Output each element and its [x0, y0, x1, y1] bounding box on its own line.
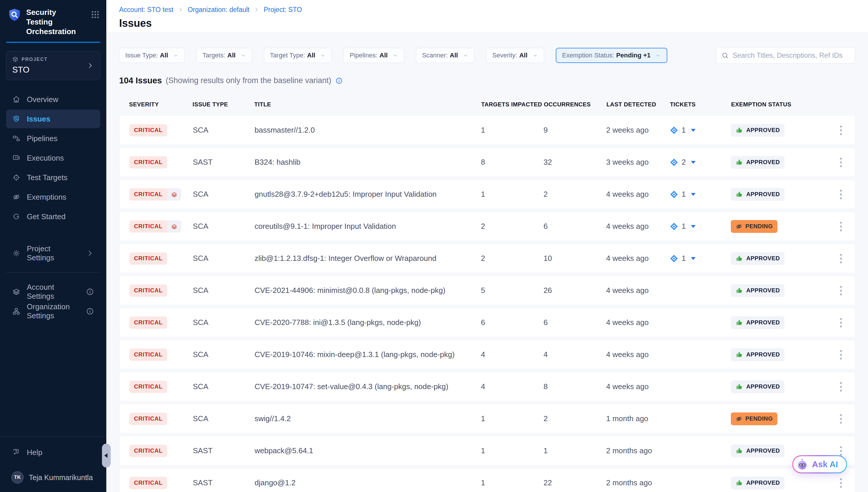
issue-title[interactable]: CVE-2019-10747: set-value@0.4.3 (lang-pk…: [255, 382, 481, 391]
ask-ai-button[interactable]: Ask AI: [792, 455, 847, 473]
issue-type: SAST: [193, 478, 255, 487]
sidebar-item-exemptions[interactable]: Exemptions: [6, 188, 100, 206]
issue-row[interactable]: CRITICALSCAgnutls28@3.7.9-2+deb12u5: Imp…: [119, 179, 855, 209]
last-detected: 3 weeks ago: [606, 158, 669, 167]
issue-title[interactable]: django@1.2: [255, 478, 481, 487]
sidebar-collapse-handle[interactable]: [102, 444, 111, 468]
sidebar-item-account-settings[interactable]: Account Settings: [6, 282, 100, 301]
caret-down-icon[interactable]: [691, 225, 695, 228]
column-header: TICKETS: [670, 101, 731, 108]
issue-title[interactable]: swig//1.4.2: [255, 414, 481, 423]
row-menu-button[interactable]: ⋮: [835, 414, 846, 423]
targets-impacted: 1: [481, 446, 544, 455]
issue-title[interactable]: bassmaster//1.2.0: [255, 126, 481, 135]
sidebar-item-pipelines[interactable]: Pipelines: [6, 129, 100, 148]
filter-value: All: [519, 52, 527, 59]
issue-title[interactable]: CVE-2020-7788: ini@1.3.5 (lang-pkgs, nod…: [255, 318, 481, 327]
filter-label: Exemption Status:: [562, 52, 614, 59]
row-menu-button[interactable]: ⋮: [835, 190, 846, 198]
occurrences: 8: [544, 382, 606, 391]
status-badge: APPROVED: [731, 348, 784, 361]
issue-row[interactable]: CRITICALSCACVE-2019-10746: mixin-deep@1.…: [119, 340, 855, 369]
sidebar-item-executions[interactable]: Executions: [6, 149, 100, 167]
filter-value: Pending +1: [616, 52, 651, 59]
issue-title[interactable]: CVE-2019-10746: mixin-deep@1.3.1 (lang-p…: [255, 350, 481, 359]
issue-title[interactable]: gnutls28@3.7.9-2+deb12u5: Improper Input…: [255, 190, 481, 199]
breadcrumb-link[interactable]: Project: STO: [264, 6, 302, 14]
project-selector[interactable]: PROJECT STO: [6, 51, 100, 80]
issue-title[interactable]: CVE-2021-44906: minimist@0.0.8 (lang-pkg…: [255, 286, 481, 295]
caret-down-icon[interactable]: [691, 129, 695, 132]
targets-impacted: 4: [481, 382, 544, 391]
row-menu-button[interactable]: ⋮: [835, 126, 846, 134]
search-input[interactable]: [733, 51, 850, 59]
row-menu-button[interactable]: ⋮: [835, 350, 846, 359]
filter-value: All: [450, 52, 458, 59]
user-menu[interactable]: TK Teja Kummarikuntla: [6, 468, 100, 487]
filter-target-type-dropdown[interactable]: Target Type:All: [264, 48, 332, 63]
occurrences: 1: [544, 446, 606, 455]
issue-title[interactable]: coreutils@9.1-1: Improper Input Validati…: [255, 222, 481, 231]
filter-exemption-status-dropdown[interactable]: Exemption Status:Pending +1: [556, 48, 667, 63]
sidebar-item-test-targets[interactable]: Test Targets: [6, 168, 100, 187]
status-label: APPROVED: [746, 479, 780, 486]
column-header: SEVERITY: [129, 101, 192, 108]
row-menu-button[interactable]: ⋮: [835, 382, 846, 391]
row-menu-button[interactable]: ⋮: [835, 158, 846, 167]
sidebar-item-issues[interactable]: Issues: [6, 109, 100, 128]
issue-row[interactable]: CRITICALSCACVE-2020-7788: ini@1.3.5 (lan…: [119, 308, 855, 337]
breadcrumb-link[interactable]: Account: STO test: [119, 6, 173, 14]
column-header: LAST DETECTED: [606, 101, 670, 108]
filter-targets-dropdown[interactable]: Targets:All: [196, 48, 252, 63]
issue-row[interactable]: CRITICALSCAzlib@1:1.2.13.dfsg-1: Integer…: [119, 244, 855, 273]
row-menu-button[interactable]: ⋮: [835, 286, 846, 295]
caret-down-icon[interactable]: [691, 193, 695, 196]
issue-title[interactable]: webpack@5.64.1: [255, 446, 481, 455]
row-menu-button[interactable]: ⋮: [835, 446, 846, 455]
row-menu-button[interactable]: ⋮: [835, 254, 846, 263]
info-icon[interactable]: [335, 77, 343, 84]
sidebar-item-help[interactable]: Help: [6, 443, 100, 462]
sidebar-item-overview[interactable]: Overview: [6, 90, 100, 109]
tickets-cell: 1: [669, 222, 731, 231]
jira-ticket-icon[interactable]: [669, 222, 678, 231]
jira-ticket-icon[interactable]: [669, 190, 678, 199]
issue-row[interactable]: CRITICALSASTwebpack@5.64.1112 months ago…: [119, 436, 855, 466]
issue-row[interactable]: CRITICALSCAswig//1.4.2121 month agoPENDI…: [119, 404, 855, 434]
sidebar-item-label: Organization Settings: [27, 302, 80, 320]
issue-row[interactable]: CRITICALSCAbassmaster//1.2.0192 weeks ag…: [119, 116, 855, 145]
filter-scanner-dropdown[interactable]: Scanner:All: [416, 48, 474, 63]
filter-severity-dropdown[interactable]: Severity:All: [486, 48, 544, 63]
sidebar-item-project-settings[interactable]: Project Settings: [6, 244, 100, 263]
issues-content: Issue Type:AllTargets:AllTarget Type:All…: [106, 33, 868, 492]
issue-title[interactable]: zlib@1:1.2.13.dfsg-1: Integer Overflow o…: [255, 254, 481, 263]
info-icon[interactable]: [86, 288, 94, 296]
issue-row[interactable]: CRITICALSASTB324: hashlib8323 weeks ago2…: [119, 147, 855, 177]
filter-issue-type-dropdown[interactable]: Issue Type:All: [119, 48, 185, 63]
chevron-down-icon: [241, 53, 246, 58]
row-menu-button[interactable]: ⋮: [835, 222, 846, 230]
row-menu-button[interactable]: ⋮: [835, 478, 846, 487]
issue-row[interactable]: CRITICALSCACVE-2021-44906: minimist@0.0.…: [119, 276, 855, 305]
info-icon[interactable]: [86, 307, 94, 315]
issue-title[interactable]: B324: hashlib: [255, 158, 481, 167]
filter-pipelines-dropdown[interactable]: Pipelines:All: [343, 48, 404, 63]
issue-row[interactable]: CRITICALSCAcoreutils@9.1-1: Improper Inp…: [119, 212, 855, 241]
sidebar-item-get-started[interactable]: Get Started: [6, 207, 100, 226]
caret-down-icon[interactable]: [691, 257, 695, 260]
severity-badge: CRITICAL: [129, 445, 167, 457]
occurrences: 26: [544, 286, 606, 295]
issue-row[interactable]: CRITICALSCACVE-2019-10747: set-value@0.4…: [119, 372, 855, 401]
breadcrumb-link[interactable]: Organization: default: [188, 6, 249, 14]
issue-row[interactable]: CRITICALSASTdjango@1.21222 months agoAPP…: [119, 468, 855, 492]
caret-down-icon[interactable]: [691, 161, 695, 164]
jira-ticket-icon[interactable]: [669, 158, 678, 167]
tickets-cell: 1: [669, 190, 731, 199]
chevron-right-icon: [254, 7, 259, 13]
module-grid-icon[interactable]: [90, 10, 100, 19]
jira-ticket-icon[interactable]: [669, 254, 678, 263]
sidebar-item-organization-settings[interactable]: Organization Settings: [6, 302, 100, 321]
row-menu-button[interactable]: ⋮: [835, 318, 846, 327]
status-badge: APPROVED: [731, 316, 784, 329]
jira-ticket-icon[interactable]: [669, 126, 678, 135]
